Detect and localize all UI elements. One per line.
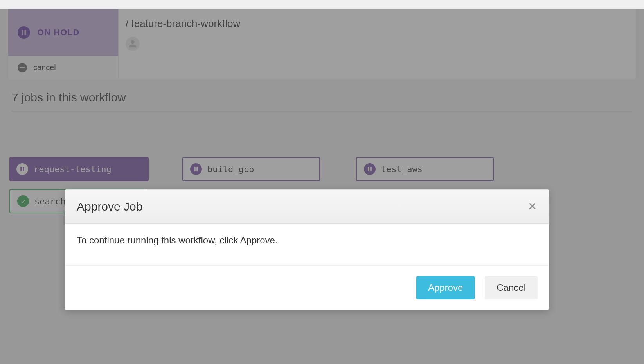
page-root: ON HOLD cancel / feature-branch-workflow… <box>0 9 644 364</box>
modal-body-text: To continue running this workflow, click… <box>65 224 549 266</box>
modal-header: Approve Job ✕ <box>65 190 549 224</box>
modal-overlay[interactable] <box>0 9 644 364</box>
approve-button[interactable]: Approve <box>416 276 475 299</box>
modal-footer: Approve Cancel <box>65 266 549 310</box>
modal-title: Approve Job <box>77 200 142 213</box>
cancel-button[interactable]: Cancel <box>485 276 538 299</box>
approve-job-modal: Approve Job ✕ To continue running this w… <box>65 189 549 310</box>
close-icon[interactable]: ✕ <box>528 201 537 212</box>
